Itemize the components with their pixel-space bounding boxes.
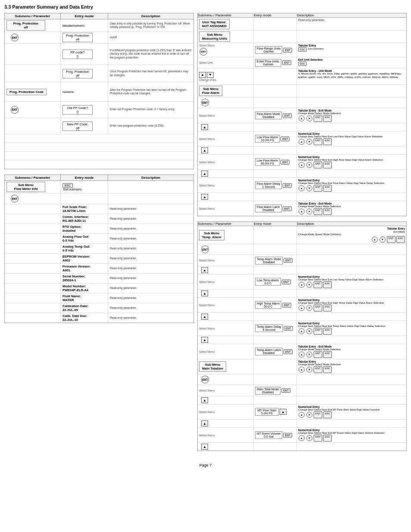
ent-btn-flow-alarm-mode[interactable]: ENT — [283, 113, 292, 118]
ent-btn-main-total[interactable]: ENT — [281, 388, 290, 393]
up-btn-tot[interactable]: ▲ — [299, 367, 305, 373]
ent-btn-flow-range[interactable]: ENT — [283, 48, 292, 53]
ent-btn2[interactable]: ENT — [314, 115, 322, 122]
up-arrow11[interactable]: ▲ — [201, 444, 208, 450]
cell-fluid: Fluid Name:WATER — [61, 293, 108, 303]
ent-button[interactable]: ENT — [11, 34, 19, 41]
ent-btn-high-temp-sm[interactable]: ENT — [314, 305, 322, 311]
ent-btn-temp-alarm[interactable]: ENT — [387, 236, 395, 243]
esc-btn-delay[interactable]: ESC — [323, 185, 332, 192]
up-btn-flow-alarm-mode[interactable]: ▲ — [299, 115, 305, 121]
esc-btn1[interactable]: ESC — [298, 47, 307, 52]
ent-btn-mt-event[interactable]: ENT — [283, 433, 292, 438]
ent-btn-flow-alarm[interactable]: ENT — [201, 99, 209, 106]
ent-btn-low-flow-10[interactable]: ENT — [280, 137, 290, 141]
ent-button2[interactable]: ENT — [11, 106, 19, 114]
esc-button[interactable]: ESC — [62, 183, 73, 188]
dn-btn-latch[interactable]: ▼ — [306, 208, 312, 215]
ent-btn-low-temp-sm[interactable]: ENT — [314, 281, 322, 288]
up-btn-mt-flow[interactable]: ▲ — [299, 412, 305, 418]
up-arrow7[interactable]: ▲ — [201, 314, 208, 320]
up-arrow9[interactable]: ▲ — [201, 397, 208, 403]
dn-btn-low10[interactable]: ▼ — [306, 139, 312, 145]
esc-btn-low90[interactable]: ESC — [323, 162, 332, 168]
numerical-desc-mt-flow: Change Next Select New Exit MT Flow Star… — [298, 408, 405, 411]
ent-btn-flow-delay[interactable]: ENT — [283, 183, 292, 188]
ent-btn-low-temp[interactable]: ENT — [282, 280, 291, 284]
esc-btn-temp-delay[interactable]: ESC — [323, 328, 332, 335]
up-btn-temp-latch[interactable]: ▲ — [299, 352, 305, 358]
ent-btn-temp-delay-sm[interactable]: ENT — [314, 328, 322, 335]
up-arrow3[interactable]: ▲ — [201, 171, 208, 177]
up-arrow4[interactable]: ▲ — [201, 194, 208, 200]
ent-button3[interactable]: ENT — [11, 195, 19, 202]
ent-btn-tot[interactable]: ENT — [314, 366, 322, 373]
ent-btn-temp[interactable]: ENT — [201, 246, 209, 253]
ent-flow-range[interactable]: ENT — [199, 48, 207, 56]
ent-btn-low-flow-90[interactable]: ENT — [280, 160, 290, 165]
esc-btn-low-temp[interactable]: ESC — [323, 281, 332, 288]
cell-submenu: ENT — [5, 32, 61, 43]
up-btn-low-temp[interactable]: ▲ — [299, 282, 305, 288]
dn-btn-mt-event[interactable]: ▼ — [306, 435, 312, 441]
ent-btn-mt-event-sm[interactable]: ENT — [314, 435, 322, 442]
dn-btn-temp-alarm[interactable]: ▼ — [380, 236, 386, 243]
up-btn-low10[interactable]: ▲ — [299, 139, 305, 145]
ent-btn-temp-mode[interactable]: ENT — [283, 258, 293, 263]
esc-btn-latch[interactable]: ESC — [323, 208, 332, 215]
up-arrow2[interactable]: ▲ — [201, 147, 208, 153]
ent-btn-temp-latch[interactable]: ENT — [283, 349, 293, 354]
ent-btn-low10-sm[interactable]: ENT — [314, 138, 322, 145]
esc-btn-temp-latch[interactable]: ESC — [323, 351, 332, 358]
esc-btn-high-temp[interactable]: ESC — [323, 305, 332, 311]
ent-btn-tot2[interactable]: ENT — [201, 376, 209, 383]
esc-btn-low10[interactable]: ESC — [323, 138, 332, 145]
up-arrow6[interactable]: ▲ — [201, 290, 208, 296]
up-btn-temp-delay[interactable]: ▲ — [299, 328, 305, 334]
up-arrow-mt-flow[interactable]: ▲ — [280, 409, 286, 415]
ent-btn-latch-sm[interactable]: ENT — [314, 208, 322, 215]
dn-btn-low-temp[interactable]: ▼ — [306, 282, 312, 288]
dn-btn-temp-delay[interactable]: ▼ — [306, 328, 312, 334]
cell-empty24 — [254, 374, 297, 385]
desc-ppcode: If a different program protection code (… — [110, 49, 192, 59]
dn-btn-mt-flow[interactable]: ▼ — [306, 412, 312, 418]
ent-btn-temp-latch-sm[interactable]: ENT — [314, 351, 322, 358]
ent-btn-flow-latch[interactable]: ENT — [283, 206, 292, 211]
ent-btn-high-temp[interactable]: ENT — [282, 303, 291, 308]
ent-btn-delay-sm[interactable]: ENT — [314, 185, 322, 192]
dn-btn-temp-latch[interactable]: ▼ — [306, 352, 312, 358]
dn-btn-high-temp[interactable]: ▼ — [306, 305, 312, 311]
ent-btn-mt-flow-sm[interactable]: ENT — [314, 411, 322, 418]
esc-btn-mt-flow[interactable]: ESC — [323, 411, 332, 418]
esc-btn-temp-alarm[interactable]: ESC — [396, 236, 405, 243]
esc-btn3[interactable]: ESC — [323, 115, 332, 122]
ent-btn-low90-sm[interactable]: ENT — [314, 162, 322, 168]
cell-desc-change-units: Tabular Entry - Unit Mode S. Micros A/m/… — [297, 68, 406, 84]
up-btn-delay[interactable]: ▲ — [299, 185, 305, 191]
up-arrow8[interactable]: ▲ — [201, 337, 208, 343]
up-arrow5[interactable]: ▲ — [201, 267, 208, 273]
up-btn-low90[interactable]: ▲ — [299, 162, 305, 168]
dn-btn-low90[interactable]: ▼ — [306, 162, 312, 168]
esc-btn2[interactable]: ESC — [298, 62, 307, 66]
dn-arrow-btn[interactable]: ▼ — [207, 72, 214, 78]
table-row: ENT — [198, 374, 406, 385]
dn-btn-flow-alarm-mode[interactable]: ▼ — [306, 115, 312, 121]
table-row: ▲ — [198, 289, 406, 298]
up-arrow10[interactable]: ▲ — [201, 420, 208, 426]
up-btn-latch[interactable]: ▲ — [299, 208, 305, 215]
cell-change-units-entry — [254, 68, 297, 84]
up-arrow-flow-alarm[interactable]: ▲ — [201, 124, 208, 130]
up-arrow-btn[interactable]: ▲ — [199, 72, 206, 78]
up-btn-temp-alarm[interactable]: ▲ — [372, 236, 378, 243]
up-btn-mt-event[interactable]: ▲ — [299, 435, 305, 441]
esc-btn-tot[interactable]: ESC — [323, 366, 332, 373]
ent-btn-enter-flow[interactable]: ENT — [282, 60, 291, 65]
select-menu-label-high-temp: Select Menu — [199, 304, 215, 307]
dn-btn-delay[interactable]: ▼ — [306, 185, 312, 191]
up-btn-high-temp[interactable]: ▲ — [299, 305, 305, 311]
esc-btn-mt-event[interactable]: ESC — [323, 435, 332, 442]
dn-btn-tot[interactable]: ▼ — [306, 367, 312, 373]
ent-btn-temp-delay[interactable]: ENT — [284, 326, 293, 331]
